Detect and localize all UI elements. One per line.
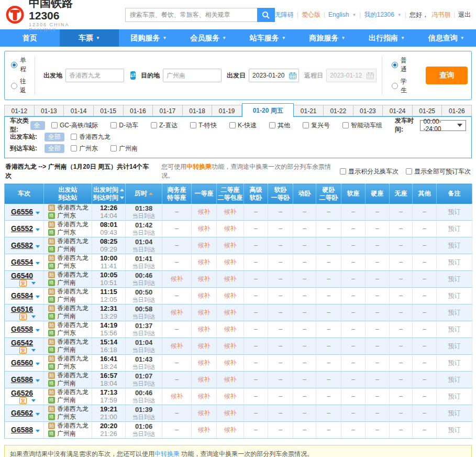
- header-link[interactable]: 我的12306: [364, 10, 394, 19]
- search-input[interactable]: [125, 8, 257, 22]
- departure-time-select[interactable]: 00:00--24:00: [420, 120, 466, 131]
- train-number-link[interactable]: G6560: [11, 358, 33, 367]
- train-number-link[interactable]: G6552: [11, 224, 33, 233]
- filter-option-复兴号[interactable]: 复兴号: [303, 121, 330, 130]
- seat-availability[interactable]: 候补: [198, 225, 211, 232]
- train-number-link[interactable]: G6588: [11, 426, 33, 434]
- expand-arrow-icon[interactable]: [36, 262, 40, 265]
- calendar-icon[interactable]: [289, 72, 296, 79]
- date-tab-01-17[interactable]: 01-17: [153, 105, 183, 116]
- nav-item-首页[interactable]: 首页: [0, 29, 60, 47]
- seat-availability[interactable]: 候补: [224, 426, 237, 433]
- seat-availability[interactable]: 候补: [224, 242, 237, 249]
- seat-availability[interactable]: 候补: [198, 292, 211, 299]
- expand-arrow-icon[interactable]: [31, 399, 36, 402]
- transfer-link[interactable]: 中转换乘: [154, 450, 180, 457]
- nav-item-商旅服务[interactable]: 商旅服务▼: [297, 29, 357, 47]
- column-header-times[interactable]: 出发时间到达时间: [92, 184, 126, 204]
- train-number-link[interactable]: G6556: [11, 208, 33, 216]
- expand-arrow-icon[interactable]: [36, 413, 40, 416]
- train-number-link[interactable]: G6542: [11, 339, 33, 347]
- seat-availability[interactable]: 候补: [198, 325, 211, 333]
- seat-availability[interactable]: 候补: [198, 258, 211, 266]
- reserve-button[interactable]: 预订: [448, 426, 461, 433]
- expand-arrow-icon[interactable]: [36, 379, 40, 382]
- seat-availability[interactable]: 候补: [171, 309, 183, 316]
- expand-arrow-icon[interactable]: [31, 349, 36, 352]
- seat-availability[interactable]: 候补: [224, 225, 237, 232]
- reserve-button[interactable]: 预订: [448, 325, 461, 333]
- toggle-显示全部可预订车次[interactable]: 显示全部可预订车次: [406, 167, 471, 176]
- date-tab-01-19[interactable]: 01-19: [212, 105, 242, 116]
- date-tab-01-25[interactable]: 01-25: [413, 105, 442, 116]
- expand-arrow-icon[interactable]: [31, 282, 36, 285]
- date-tab-01-15[interactable]: 01-15: [94, 105, 124, 116]
- trip-type-单程[interactable]: 单程: [11, 56, 26, 74]
- filter-option-D-动车[interactable]: D-动车: [110, 121, 138, 130]
- sort-asc-icon[interactable]: [149, 192, 153, 195]
- filter-option-其他[interactable]: 其他: [269, 121, 290, 130]
- nav-item-信息查询[interactable]: 信息查询▼: [416, 29, 476, 47]
- reserve-button[interactable]: 预订: [448, 393, 461, 400]
- date-tab-01-21[interactable]: 01-21: [294, 105, 324, 116]
- seat-availability[interactable]: 候补: [198, 208, 211, 215]
- reserve-button[interactable]: 预订: [448, 409, 461, 417]
- train-number-link[interactable]: G6558: [11, 325, 33, 333]
- nav-item-站车服务[interactable]: 站车服务▼: [238, 29, 298, 47]
- header-link[interactable]: English: [328, 11, 349, 18]
- reserve-button[interactable]: 预订: [448, 309, 461, 316]
- reserve-button[interactable]: 预订: [448, 376, 461, 383]
- filter-option-T-特快[interactable]: T-特快: [190, 121, 217, 130]
- query-button[interactable]: 查询: [426, 67, 468, 84]
- seat-availability[interactable]: 候补: [171, 342, 183, 350]
- seat-availability[interactable]: 候补: [224, 376, 237, 383]
- expand-arrow-icon[interactable]: [36, 229, 40, 231]
- toggle-显示积分兑换车次[interactable]: 显示积分兑换车次: [340, 167, 398, 176]
- nav-item-车票[interactable]: 车票▼: [60, 29, 119, 47]
- sort-desc-icon[interactable]: [120, 197, 124, 199]
- passenger-type-普通[interactable]: 普通: [392, 56, 411, 74]
- expand-arrow-icon[interactable]: [36, 363, 40, 365]
- filter-option-Z-直达[interactable]: Z-直达: [151, 121, 178, 130]
- train-number-link[interactable]: G6586: [11, 375, 33, 384]
- filter-option-香港西九龙[interactable]: 香港西九龙: [71, 133, 110, 142]
- search-button[interactable]: [257, 8, 275, 22]
- expand-arrow-icon[interactable]: [36, 245, 40, 248]
- date-tab-01-16[interactable]: 01-16: [124, 105, 153, 116]
- filter-all-button[interactable]: 全部: [30, 121, 45, 130]
- date-tab-01-13[interactable]: 01-13: [35, 105, 64, 116]
- date-tab-01-22[interactable]: 01-22: [324, 105, 353, 116]
- seat-availability[interactable]: 候补: [224, 409, 237, 417]
- train-number-link[interactable]: G6582: [11, 241, 33, 249]
- date-tab-01-12[interactable]: 01-12: [4, 105, 35, 116]
- seat-availability[interactable]: 候补: [224, 258, 237, 266]
- date-tab-01-26[interactable]: 01-26: [442, 105, 472, 116]
- filter-option-GC-高铁/城际[interactable]: GC-高铁/城际: [51, 121, 98, 130]
- expand-arrow-icon[interactable]: [31, 315, 36, 318]
- date-tab-01-24[interactable]: 01-24: [383, 105, 413, 116]
- seat-availability[interactable]: 候补: [198, 409, 211, 417]
- filter-option-K-快速[interactable]: K-快速: [229, 121, 257, 130]
- reserve-button[interactable]: 预订: [448, 275, 461, 282]
- filter-option-广州南[interactable]: 广州南: [110, 144, 138, 153]
- seat-availability[interactable]: 候补: [224, 292, 237, 299]
- reserve-button[interactable]: 预订: [448, 258, 461, 266]
- train-number-link[interactable]: G6516: [11, 305, 33, 313]
- date-tab-01-14[interactable]: 01-14: [64, 105, 94, 116]
- seat-availability[interactable]: 候补: [198, 393, 211, 400]
- date-tab-01-20[interactable]: 01-20 周五: [242, 103, 294, 117]
- nav-item-团购服务[interactable]: 团购服务▼: [119, 29, 179, 47]
- train-number-link[interactable]: G6562: [11, 409, 33, 417]
- reserve-button[interactable]: 预订: [448, 359, 461, 366]
- expand-arrow-icon[interactable]: [36, 329, 40, 332]
- train-number-link[interactable]: G6554: [11, 258, 33, 266]
- reserve-button[interactable]: 预订: [448, 342, 461, 350]
- seat-availability[interactable]: 候补: [198, 309, 211, 316]
- seat-availability[interactable]: 候补: [224, 359, 237, 366]
- nav-item-出行指南[interactable]: 出行指南▼: [357, 29, 417, 47]
- seat-availability[interactable]: 候补: [198, 342, 211, 350]
- seat-availability[interactable]: 候补: [171, 275, 183, 282]
- sort-asc-icon[interactable]: [120, 189, 124, 191]
- to-station-input[interactable]: [163, 69, 222, 82]
- trip-type-往返[interactable]: 往返: [11, 77, 26, 95]
